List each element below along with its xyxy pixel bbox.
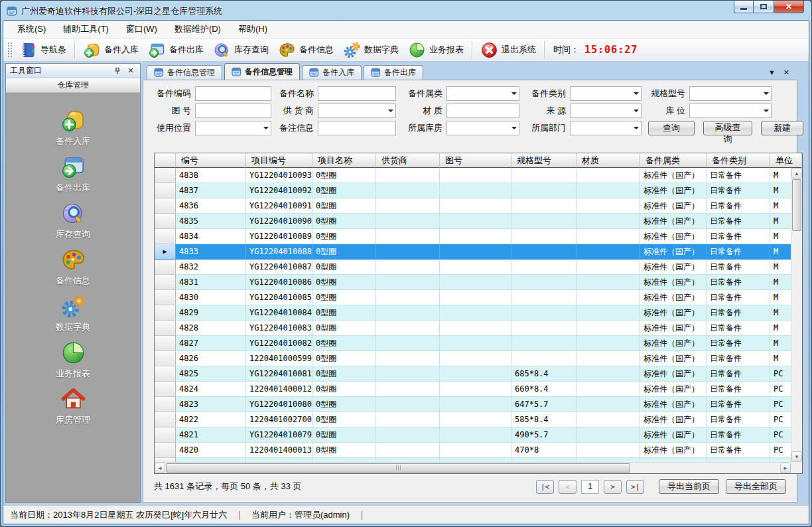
- toolbar-grip[interactable]: [7, 42, 12, 58]
- vertical-scrollbar[interactable]: ▲ ▼: [791, 168, 802, 462]
- export-current-page-button[interactable]: 导出当前页: [659, 479, 719, 494]
- row-selector-cell[interactable]: [155, 321, 176, 336]
- close-button[interactable]: ✕: [774, 1, 804, 13]
- scroll-right-icon[interactable]: ►: [780, 463, 791, 473]
- table-row[interactable]: 482612204010005990型圈标准件（国产）日常备件M: [155, 351, 802, 366]
- scroll-down-icon[interactable]: ▼: [791, 451, 802, 462]
- table-row[interactable]: 4834YG122040100890型圈标准件（国产）日常备件M: [155, 229, 802, 244]
- last-page-button[interactable]: >|: [626, 480, 644, 494]
- advanced-query-button[interactable]: 高级查询: [703, 121, 752, 135]
- scroll-left-icon[interactable]: ◄: [155, 463, 165, 473]
- close-icon[interactable]: ✕: [125, 66, 136, 76]
- column-header-3[interactable]: 供货商: [376, 153, 440, 168]
- column-header-1[interactable]: 项目编号: [246, 153, 312, 168]
- table-row[interactable]: 4830YG122040100850型圈标准件（国产）日常备件M: [155, 290, 802, 305]
- row-selector-cell[interactable]: [155, 183, 176, 198]
- table-row[interactable]: 482412204014000120型圈660*8.4标准件（国产）日常备件PC: [155, 382, 802, 397]
- prev-page-button[interactable]: <: [559, 480, 576, 494]
- column-header-2[interactable]: 项目名称: [312, 153, 376, 168]
- tab-parts-out[interactable]: 备件出库: [364, 65, 423, 80]
- toolbar-button-parts-in[interactable]: 备件入库: [78, 39, 143, 61]
- row-selector-cell[interactable]: [155, 229, 176, 244]
- row-selector-cell[interactable]: [155, 260, 176, 275]
- export-all-pages-button[interactable]: 导出全部页: [726, 479, 786, 494]
- chevron-down-icon[interactable]: [509, 87, 519, 100]
- sidebar-item-parts-info[interactable]: 备件信息: [6, 247, 140, 293]
- chevron-down-icon[interactable]: ▼: [768, 69, 776, 76]
- minimize-button[interactable]: [734, 1, 754, 13]
- menu-item-system[interactable]: 系统(S): [9, 21, 54, 38]
- column-header-0[interactable]: 编号: [176, 153, 246, 168]
- row-selector-cell[interactable]: ▶: [155, 244, 176, 260]
- row-selector-cell[interactable]: [155, 351, 176, 366]
- usage-position-input[interactable]: [195, 121, 271, 135]
- toolbar-button-exit[interactable]: 退出系统: [476, 39, 541, 61]
- part-code-input[interactable]: [195, 86, 271, 101]
- part-name-input[interactable]: [318, 86, 396, 101]
- sidebar-item-inventory-query[interactable]: 库存查询: [6, 200, 140, 247]
- supplier-input[interactable]: [318, 104, 396, 118]
- remark-input[interactable]: [318, 121, 396, 135]
- row-selector-cell[interactable]: [155, 198, 176, 214]
- chevron-down-icon[interactable]: [261, 121, 271, 135]
- table-row[interactable]: 4828YG122040100830型圈标准件（国产）日常备件M: [155, 321, 802, 336]
- row-selector-cell[interactable]: [155, 443, 176, 458]
- menu-item-window[interactable]: 窗口(W): [117, 21, 166, 38]
- sidebar-item-parts-out[interactable]: 备件出库: [6, 154, 140, 200]
- column-header-5[interactable]: 规格型号: [511, 153, 576, 168]
- table-row[interactable]: 4836YG122040100910型圈标准件（国产）日常备件M: [155, 198, 802, 214]
- maximize-button[interactable]: [754, 1, 774, 13]
- page-number-input[interactable]: [581, 480, 599, 494]
- chevron-down-icon[interactable]: [631, 87, 641, 100]
- row-selector-cell[interactable]: [155, 412, 176, 427]
- table-row[interactable]: 4835YG122040100900型圈标准件（国产）日常备件M: [155, 214, 802, 229]
- menu-item-aux-tools[interactable]: 辅助工具(T): [54, 21, 117, 38]
- row-selector-cell[interactable]: [155, 305, 176, 321]
- column-header-8[interactable]: 备件类别: [707, 153, 770, 168]
- next-page-button[interactable]: >: [604, 480, 622, 494]
- toolbar-button-parts-info[interactable]: 备件信息: [273, 39, 338, 61]
- table-row[interactable]: 4837YG122040100920型圈标准件（国产）日常备件M: [155, 183, 802, 198]
- toolbar-button-parts-out[interactable]: 备件出库: [143, 39, 208, 61]
- tab-parts-in[interactable]: 备件入库: [302, 65, 362, 80]
- query-button[interactable]: 查询: [648, 121, 695, 135]
- horizontal-scroll-thumb[interactable]: [166, 463, 630, 473]
- table-row[interactable]: 4832YG122040100870型圈标准件（国产）日常备件M: [155, 260, 802, 275]
- menu-item-data-maintain[interactable]: 数据维护(D): [166, 21, 230, 38]
- row-selector-cell[interactable]: [155, 366, 176, 382]
- location-input[interactable]: [689, 104, 772, 118]
- row-selector-cell[interactable]: [155, 168, 176, 183]
- close-icon[interactable]: ✕: [783, 69, 789, 76]
- row-selector-cell[interactable]: [155, 427, 176, 443]
- sidebar-item-data-dict[interactable]: 数据字典: [6, 293, 140, 340]
- table-row[interactable]: 4821YG122040100790型圈490*5.7标准件（国产）日常备件PC: [155, 427, 802, 443]
- chevron-down-icon[interactable]: [761, 87, 771, 100]
- table-row[interactable]: ▶4833YG122040100880型圈标准件（国产）日常备件M: [155, 244, 802, 260]
- tab-parts-info-mgmt-1[interactable]: 备件信息管理: [147, 65, 222, 80]
- scroll-up-icon[interactable]: ▲: [791, 168, 802, 179]
- table-row[interactable]: 4838YG122040100930型圈标准件（国产）日常备件M: [155, 168, 802, 183]
- spec-model-input[interactable]: [689, 86, 772, 101]
- table-row[interactable]: 4825YG122040100810型圈685*8.4标准件（国产）日常备件PC: [155, 366, 802, 382]
- table-row[interactable]: 4829YG122040100840型圈标准件（国产）日常备件M: [155, 305, 802, 321]
- table-row[interactable]: 482212204010027000型圈585*8.4标准件（国产）日常备件PC: [155, 412, 802, 427]
- row-selector-cell[interactable]: [155, 336, 176, 351]
- column-header-9[interactable]: 单位: [770, 153, 802, 168]
- sidebar-item-report[interactable]: 业务报表: [6, 340, 140, 386]
- sidebar-item-warehouse-manage[interactable]: 库房管理: [6, 386, 140, 433]
- table-row[interactable]: 4831YG122040100860型圈标准件（国产）日常备件M: [155, 275, 802, 290]
- pin-icon[interactable]: [112, 66, 123, 76]
- chevron-down-icon[interactable]: [509, 121, 519, 135]
- row-selector-cell[interactable]: [155, 290, 176, 305]
- column-header-6[interactable]: 材质: [576, 153, 640, 168]
- new-button[interactable]: 新建: [761, 121, 803, 135]
- table-row[interactable]: 4823YG122040100800型圈647*5.7标准件（国产）日常备件PC: [155, 397, 802, 412]
- horizontal-scrollbar[interactable]: ◄ ►: [155, 462, 791, 473]
- vertical-scroll-thumb[interactable]: [792, 179, 801, 231]
- chevron-down-icon[interactable]: [385, 104, 395, 117]
- column-header-4[interactable]: 图号: [440, 153, 511, 168]
- first-page-button[interactable]: |<: [536, 480, 554, 494]
- column-header-7[interactable]: 备件属类: [640, 153, 707, 168]
- chevron-down-icon[interactable]: [631, 121, 641, 135]
- table-row[interactable]: 4827YG122040100820型圈标准件（国产）日常备件M: [155, 336, 802, 351]
